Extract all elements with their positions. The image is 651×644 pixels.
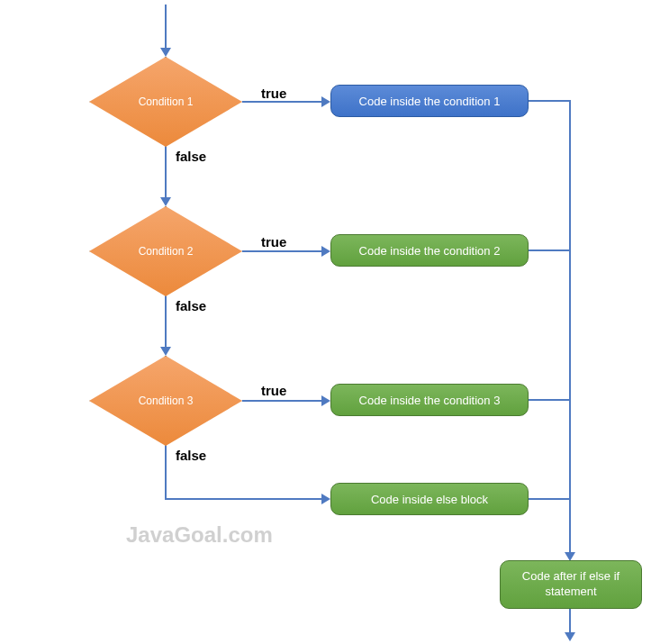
decision-label: Condition 2 xyxy=(139,245,194,258)
process-code-1: Code inside the condition 1 xyxy=(330,85,529,117)
arrow-segment xyxy=(529,100,571,102)
process-code-else: Code inside else block xyxy=(330,483,529,515)
arrow-head-right xyxy=(321,246,330,257)
arrow-head-right xyxy=(321,494,330,504)
process-code-after: Code after if else if statement xyxy=(500,560,642,609)
process-label: Code after if else if statement xyxy=(513,569,628,600)
edge-label-false-1: false xyxy=(176,149,206,164)
edge-label-true-2: true xyxy=(261,234,286,249)
arrow-segment xyxy=(165,296,167,349)
arrow-segment xyxy=(529,498,571,500)
edge-label-false-2: false xyxy=(176,298,206,313)
process-code-2: Code inside the condition 2 xyxy=(330,234,529,267)
arrow-head-right xyxy=(321,395,330,406)
arrow-segment xyxy=(569,100,571,554)
process-label: Code inside the condition 2 xyxy=(359,244,501,258)
process-label: Code inside the condition 3 xyxy=(359,394,501,407)
edge-label-true-3: true xyxy=(261,383,286,398)
arrow-segment xyxy=(529,249,571,251)
arrow-head-down xyxy=(565,632,575,641)
arrow-head-down xyxy=(160,347,171,356)
arrow-segment xyxy=(165,498,323,500)
process-label: Code inside else block xyxy=(371,493,488,506)
edge-label-false-3: false xyxy=(176,448,206,463)
arrow-segment xyxy=(529,399,571,401)
arrow-segment xyxy=(165,147,167,199)
arrow-segment xyxy=(165,446,167,500)
arrow-segment xyxy=(242,400,323,402)
arrow-head-right xyxy=(321,96,330,107)
decision-label: Condition 3 xyxy=(139,395,194,407)
edge-label-true-1: true xyxy=(261,86,286,101)
decision-condition-2: Condition 2 xyxy=(89,206,242,296)
decision-label: Condition 1 xyxy=(139,95,194,108)
arrow-head-down xyxy=(160,197,171,206)
process-label: Code inside the condition 1 xyxy=(359,95,501,108)
arrow-segment xyxy=(242,101,323,103)
process-code-3: Code inside the condition 3 xyxy=(330,384,529,416)
arrow-segment xyxy=(242,250,323,252)
decision-condition-3: Condition 3 xyxy=(89,356,242,446)
arrow-segment xyxy=(165,5,167,50)
decision-condition-1: Condition 1 xyxy=(89,57,242,147)
watermark-text: JavaGoal.com xyxy=(126,522,273,548)
arrow-head-down xyxy=(160,48,171,57)
arrow-segment xyxy=(569,609,571,634)
